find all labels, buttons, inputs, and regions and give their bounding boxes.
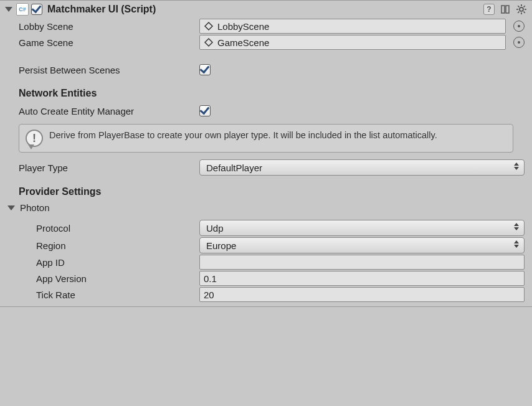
region-value: Europe [206, 240, 236, 251]
appversion-label: App Version [36, 273, 199, 284]
photon-foldout-row[interactable]: Photon [0, 201, 532, 214]
game-scene-field[interactable]: GameScene [199, 35, 506, 50]
svg-line-9 [518, 12, 519, 13]
appversion-value: 0.1 [204, 273, 217, 284]
dropdown-arrows-icon [514, 163, 519, 170]
info-box: ! Derive from PlayerBase to create your … [19, 124, 513, 153]
component-enable-checkbox[interactable] [31, 4, 42, 15]
info-text: Derive from PlayerBase to create your ow… [49, 130, 437, 142]
object-picker-icon[interactable] [513, 21, 525, 32]
network-entities-header: Network Entities [0, 78, 532, 103]
lobby-scene-value: LobbyScene [217, 21, 269, 32]
header-icons: ? [483, 4, 528, 15]
component-title: Matchmaker UI (Script) [45, 4, 481, 15]
tickrate-input[interactable]: 20 [199, 287, 525, 302]
region-row: Region Europe [0, 237, 532, 254]
game-scene-row: Game Scene GameScene [0, 34, 532, 50]
persist-row: Persist Between Scenes [0, 62, 532, 78]
dropdown-arrows-icon [514, 223, 519, 230]
region-label: Region [36, 240, 199, 251]
photon-label: Photon [20, 202, 50, 213]
preset-icon[interactable] [500, 4, 511, 15]
svg-point-2 [520, 7, 523, 11]
svg-line-10 [524, 6, 525, 7]
svg-line-7 [518, 6, 519, 7]
persist-label: Persist Between Scenes [19, 65, 199, 75]
provider-settings-header: Provider Settings [0, 176, 532, 201]
foldout-icon[interactable] [7, 205, 15, 210]
lobby-scene-row: Lobby Scene LobbyScene [0, 18, 532, 34]
lobby-scene-field[interactable]: LobbyScene [199, 19, 506, 34]
player-type-row: Player Type DefaultPlayer [0, 159, 532, 176]
protocol-value: Udp [206, 223, 224, 234]
appversion-row: App Version 0.1 [0, 270, 532, 286]
appid-row: App ID [0, 254, 532, 270]
player-type-value: DefaultPlayer [206, 163, 262, 173]
tickrate-row: Tick Rate 20 [0, 286, 532, 303]
help-icon[interactable]: ? [483, 4, 495, 15]
persist-checkbox[interactable] [199, 64, 211, 75]
scene-asset-icon [204, 37, 214, 47]
scene-asset-icon [204, 21, 214, 31]
protocol-dropdown[interactable]: Udp [199, 220, 525, 236]
tickrate-label: Tick Rate [36, 290, 199, 300]
protocol-row: Protocol Udp [0, 219, 532, 237]
object-picker-icon[interactable] [513, 37, 525, 48]
component-header[interactable]: C# Matchmaker UI (Script) ? [0, 1, 532, 18]
appid-input[interactable] [199, 255, 525, 270]
appid-label: App ID [36, 257, 199, 268]
appversion-input[interactable]: 0.1 [199, 271, 525, 286]
gear-icon[interactable] [516, 4, 527, 15]
script-icon: C# [16, 3, 29, 16]
region-dropdown[interactable]: Europe [199, 237, 525, 253]
player-type-dropdown[interactable]: DefaultPlayer [199, 159, 525, 176]
auto-create-label: Auto Create Entity Manager [19, 106, 199, 116]
protocol-label: Protocol [36, 223, 199, 234]
svg-line-8 [524, 12, 525, 13]
component-panel: C# Matchmaker UI (Script) ? Lobby Scene … [0, 0, 532, 307]
foldout-icon[interactable] [5, 7, 12, 12]
player-type-label: Player Type [19, 163, 199, 173]
tickrate-value: 20 [204, 290, 214, 300]
auto-create-row: Auto Create Entity Manager [0, 103, 532, 119]
game-scene-label: Game Scene [19, 37, 199, 48]
svg-rect-0 [501, 6, 505, 13]
svg-rect-1 [506, 6, 509, 13]
game-scene-value: GameScene [217, 37, 269, 48]
info-icon: ! [26, 130, 43, 147]
lobby-scene-label: Lobby Scene [19, 21, 199, 32]
dropdown-arrows-icon [514, 240, 519, 248]
auto-create-checkbox[interactable] [199, 105, 211, 116]
